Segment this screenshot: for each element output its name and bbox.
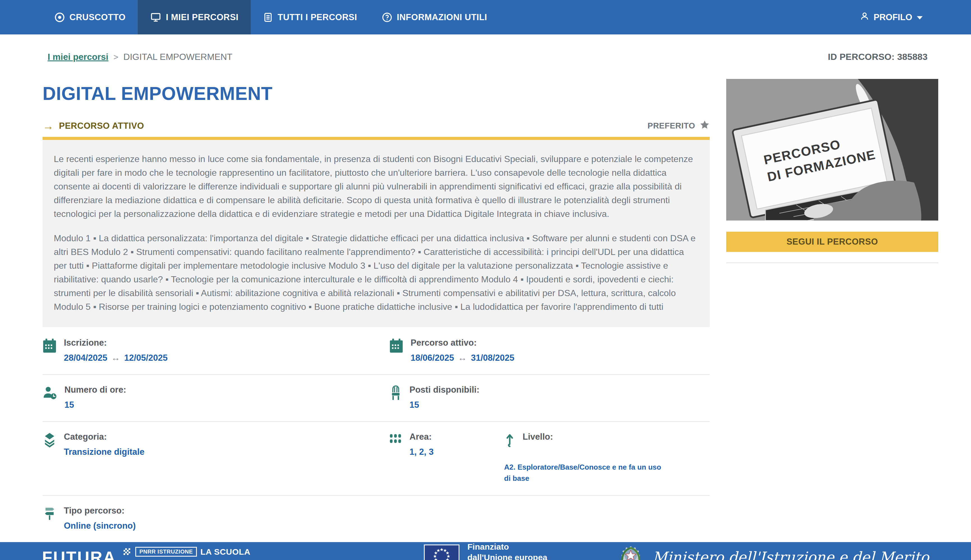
eu-line1: Finanziato (468, 542, 548, 552)
scuola-line1: LA SCUOLA (200, 547, 250, 557)
sidebar-divider (726, 263, 938, 263)
detail-row-type: Tipo percorso: Online (sincrono) (43, 495, 710, 542)
signpost-icon (43, 506, 57, 522)
profile-label: PROFILO (874, 12, 912, 22)
nav-item-cruscotto[interactable]: CRUSCOTTO (42, 0, 138, 34)
date-from: 28/04/2025 (64, 353, 107, 363)
detail-row-capacity: Numero di ore: 15 (43, 374, 710, 421)
footer: FUTURA PNRR ISTRUZIONE LA SCUOLA PER L'I… (0, 542, 971, 560)
arrow-up-icon (504, 432, 515, 449)
course-main-column: DIGITAL EMPOWERMENT → PERCORSO ATTIVO PR… (43, 75, 710, 542)
eu-funding-logo: Finanziato dall'Unione europea NextGener… (424, 542, 548, 560)
grid-dots-icon (389, 432, 402, 447)
scuola-line2: PER L'ITALIA DI DOMANI (124, 558, 251, 560)
breadcrumb-row: I miei percorsi > DIGITAL EMPOWERMENT ID… (0, 34, 971, 62)
content: DIGITAL EMPOWERMENT → PERCORSO ATTIVO PR… (0, 75, 971, 542)
futura-logo-row1: PNRR ISTRUZIONE LA SCUOLA (124, 547, 251, 557)
favorite-label: PREFERITO (647, 121, 695, 130)
chair-icon (389, 385, 402, 402)
detail-label: Categoria: (64, 432, 145, 442)
nav-item-label: I MIEI PERCORSI (166, 12, 238, 22)
detail-label: Tipo percorso: (64, 506, 136, 516)
detail-categoria: Categoria: Transizione digitale (43, 432, 389, 484)
detail-value: Online (sincrono) (64, 521, 136, 531)
calendar-icon (389, 338, 403, 355)
detail-label: Percorso attivo: (411, 338, 515, 348)
detail-label: Area: (409, 432, 434, 442)
detail-area: Area: 1, 2, 3 (389, 432, 504, 484)
monitor-icon (150, 12, 161, 23)
description-paragraph-2: Modulo 1 ▪ La didattica personalizzata: … (54, 232, 699, 314)
breadcrumb-current: DIGITAL EMPOWERMENT (124, 52, 232, 62)
layers-icon (43, 432, 57, 449)
futura-wordmark: FUTURA (42, 548, 116, 560)
detail-value: 15 (64, 400, 126, 410)
detail-label: Numero di ore: (64, 385, 126, 395)
breadcrumb: I miei percorsi > DIGITAL EMPOWERMENT (48, 52, 232, 62)
nav-item-label: CRUSCOTTO (69, 12, 125, 22)
person-clock-icon (43, 385, 57, 401)
pnrr-badge: PNRR ISTRUZIONE (135, 547, 197, 557)
list-icon (263, 12, 273, 23)
course-sidebar: PERCORSO DI FORMAZIONE SEGUI I (726, 79, 938, 542)
pixel-icon (124, 547, 132, 557)
profile-menu[interactable]: PROFILO (854, 0, 929, 34)
detail-label: Posti disponibili: (409, 385, 480, 395)
course-details: Iscrizione: 28/04/2025 ↔ 12/05/2025 (43, 328, 710, 542)
status-badge: → PERCORSO ATTIVO (43, 120, 144, 132)
detail-iscrizione: Iscrizione: 28/04/2025 ↔ 12/05/2025 (43, 338, 389, 363)
detail-posti-disponibili: Posti disponibili: 15 (389, 385, 710, 410)
detail-value: Transizione digitale (64, 447, 145, 457)
top-navbar: CRUSCOTTO I MIEI PERCORSI TUTTI I PERCOR… (0, 0, 971, 34)
arrow-right-icon: → (43, 120, 54, 132)
detail-row-classification: Categoria: Transizione digitale Area: 1,… (43, 421, 710, 495)
eu-flag-icon (424, 544, 460, 560)
eu-funding-text: Finanziato dall'Unione europea NextGener… (468, 542, 548, 560)
detail-row-dates: Iscrizione: 28/04/2025 ↔ 12/05/2025 (43, 328, 710, 374)
republic-emblem-icon (617, 543, 644, 560)
detail-percorso-attivo: Percorso attivo: 18/06/2025 ↔ 31/08/2025 (389, 338, 710, 363)
detail-livello: Livello: A2. Esploratore/Base/Conosce e … (504, 432, 710, 484)
nav-item-label: INFORMAZIONI UTILI (397, 12, 487, 22)
breadcrumb-link-parent[interactable]: I miei percorsi (48, 52, 109, 62)
detail-numero-ore: Numero di ore: 15 (43, 385, 389, 410)
question-icon (382, 12, 393, 23)
ministero-label: Ministero dell'Istruzione e del Merito (653, 549, 929, 560)
detail-value: A2. Esploratore/Base/Conosce e ne fa un … (504, 462, 667, 484)
chevron-down-icon (916, 12, 923, 22)
date-to: 12/05/2025 (124, 353, 167, 363)
page-title: DIGITAL EMPOWERMENT (43, 83, 710, 104)
status-row: → PERCORSO ATTIVO PREFERITO (43, 120, 710, 132)
course-illustration: PERCORSO DI FORMAZIONE (726, 79, 938, 220)
breadcrumb-separator: > (114, 52, 119, 62)
status-label: PERCORSO ATTIVO (59, 121, 144, 131)
person-icon (859, 11, 870, 24)
nav-item-tutti-i-percorsi[interactable]: TUTTI I PERCORSI (251, 0, 369, 34)
detail-label: Iscrizione: (64, 338, 168, 348)
favorite-toggle[interactable]: PREFERITO (647, 120, 710, 132)
range-arrow-icon: ↔ (456, 353, 468, 363)
nav-item-informazioni-utili[interactable]: INFORMAZIONI UTILI (369, 0, 500, 34)
eu-line2: dall'Unione europea (468, 552, 548, 560)
date-from: 18/06/2025 (411, 353, 454, 363)
calendar-icon (43, 338, 57, 355)
detail-label: Livello: (523, 432, 553, 442)
detail-value-date-range: 18/06/2025 ↔ 31/08/2025 (411, 353, 515, 363)
bullseye-icon (54, 12, 65, 23)
course-id-label: ID PERCORSO: 385883 (828, 52, 928, 62)
description-paragraph-1: Le recenti esperienze hanno messo in luc… (54, 152, 699, 221)
detail-value-date-range: 28/04/2025 ↔ 12/05/2025 (64, 353, 168, 363)
nav-item-i-miei-percorsi[interactable]: I MIEI PERCORSI (138, 0, 251, 34)
detail-tipo-percorso: Tipo percorso: Online (sincrono) (43, 506, 389, 531)
accent-bar (43, 137, 710, 140)
nav-item-label: TUTTI I PERCORSI (277, 12, 357, 22)
futura-logo[interactable]: FUTURA PNRR ISTRUZIONE LA SCUOLA PER L'I… (42, 547, 424, 560)
date-to: 31/08/2025 (471, 353, 514, 363)
course-description: Le recenti esperienze hanno messo in luc… (43, 140, 710, 327)
range-arrow-icon: ↔ (110, 353, 122, 363)
futura-logo-right: PNRR ISTRUZIONE LA SCUOLA PER L'ITALIA D… (124, 547, 251, 560)
star-icon (700, 120, 710, 132)
detail-value: 15 (409, 400, 480, 410)
follow-course-button[interactable]: SEGUI IL PERCORSO (726, 232, 938, 252)
detail-value: 1, 2, 3 (409, 447, 434, 457)
